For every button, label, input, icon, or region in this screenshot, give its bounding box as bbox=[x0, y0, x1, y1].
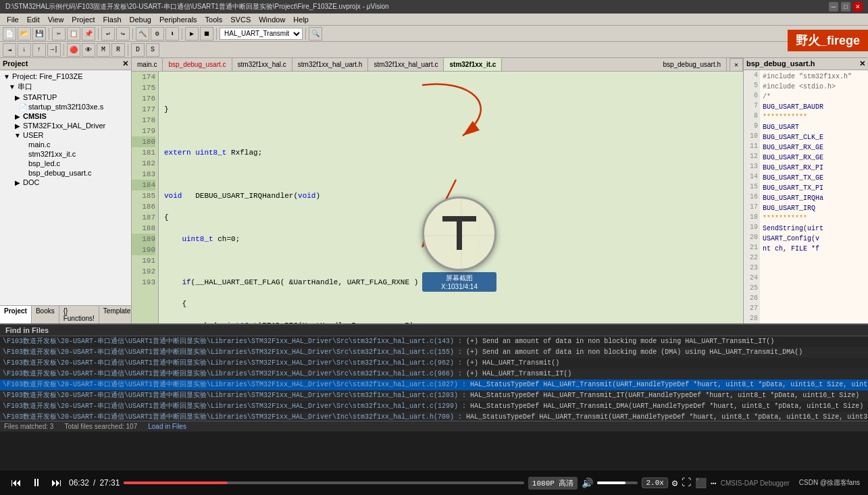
files-matched: Files matched: 3 bbox=[4, 423, 53, 430]
tree-stm32-it[interactable]: stm32f1xx_it.c bbox=[1, 149, 130, 159]
tree-startup[interactable]: ▶ STARTUP bbox=[1, 93, 130, 102]
run-to-cursor-btn[interactable]: →| bbox=[47, 43, 61, 57]
find-result-7[interactable]: \F103数道开发板\20-USART-串口通信\USART1普通中断回显实验\… bbox=[0, 412, 868, 421]
menu-svcs[interactable]: SVCS bbox=[226, 15, 255, 24]
tree-label: bsp_debug_usart.c bbox=[28, 169, 92, 177]
find-result-5[interactable]: \F103数道开发板\20-USART-串口通信\USART1普通中断回显实验\… bbox=[0, 390, 868, 401]
target-select[interactable]: HAL_UART_Transmit bbox=[220, 28, 303, 40]
menu-file[interactable]: File bbox=[3, 15, 23, 24]
right-panel-header: bsp_debug_usart.h ✕ bbox=[744, 58, 868, 70]
tree-group-chuankou[interactable]: ▼ 串口 bbox=[1, 81, 130, 93]
undo-btn[interactable]: ↩ bbox=[101, 27, 115, 41]
volume-icon[interactable]: 🔊 bbox=[582, 477, 593, 489]
skip-back-button[interactable]: ⏮ bbox=[8, 477, 24, 489]
menu-help[interactable]: Help bbox=[289, 15, 313, 24]
open-btn[interactable]: 📂 bbox=[18, 27, 31, 41]
rebuild-btn[interactable]: ⚙ bbox=[151, 27, 164, 41]
tree-label: Project: Fire_F103ZE bbox=[12, 72, 83, 80]
volume-bar[interactable] bbox=[597, 481, 638, 484]
rc-30: nt ch, FILE *f bbox=[763, 244, 865, 254]
find-result-4[interactable]: \F103数道开发板\20-USART-串口通信\USART1普通中断回显实验\… bbox=[0, 380, 868, 390]
panel-close-btn[interactable]: ✕ bbox=[122, 59, 128, 68]
new-file-btn[interactable]: 📄 bbox=[3, 27, 16, 41]
svg-rect-7 bbox=[457, 222, 462, 250]
tree-label: STARTUP bbox=[23, 93, 57, 101]
stack-btn[interactable]: S bbox=[146, 43, 159, 57]
rc-29: USART_Config(v bbox=[763, 234, 865, 244]
pause-button[interactable]: ⏸ bbox=[28, 477, 45, 489]
watch-btn[interactable]: 👁 bbox=[82, 43, 95, 57]
tab-hal-uart-c[interactable]: stm32f1xx_hal_uart.c bbox=[368, 58, 444, 72]
tree-startup-file[interactable]: 📄 startup_stm32f103xe.s bbox=[1, 102, 130, 111]
cut-btn[interactable]: ✂ bbox=[52, 27, 66, 41]
toolbar-sep-3 bbox=[132, 28, 133, 40]
tree-bsp-led[interactable]: bsp_led.c bbox=[1, 159, 130, 168]
right-panel-close-btn[interactable]: ✕ bbox=[859, 59, 865, 68]
step-over-btn[interactable]: ⇥ bbox=[3, 43, 16, 57]
menu-debug[interactable]: Debug bbox=[126, 15, 155, 24]
tab-bsp-usart-c[interactable]: bsp_debug_usart.c bbox=[163, 58, 232, 72]
skip-forward-button[interactable]: ⏭ bbox=[49, 477, 65, 489]
quality-badge[interactable]: 1080P 高清 bbox=[528, 477, 578, 490]
tab-books[interactable]: Books bbox=[32, 306, 59, 323]
step-into-btn[interactable]: ↓ bbox=[18, 43, 31, 57]
find-btn[interactable]: 🔍 bbox=[309, 27, 322, 41]
more-icon[interactable]: ⋯ bbox=[711, 477, 716, 489]
tree-hal-driver[interactable]: ▶ STM32F1xx_HAL_Driver bbox=[1, 121, 130, 130]
settings-icon[interactable]: ⚙ bbox=[672, 477, 678, 489]
maximize-button[interactable]: □ bbox=[841, 2, 850, 11]
memory-btn[interactable]: M bbox=[97, 43, 110, 57]
menu-peripherals[interactable]: Peripherals bbox=[155, 15, 201, 24]
register-btn[interactable]: R bbox=[111, 43, 125, 57]
tab-templates[interactable]: Templates bbox=[99, 306, 132, 323]
progress-bar[interactable] bbox=[124, 481, 524, 484]
tab-project[interactable]: Project bbox=[0, 306, 32, 323]
speed-badge[interactable]: 2.0x bbox=[642, 477, 667, 488]
tree-user[interactable]: ▼ USER bbox=[1, 130, 130, 140]
tree-doc[interactable]: ▶ DOC bbox=[1, 178, 130, 187]
tab-main-c[interactable]: main.c bbox=[132, 58, 163, 72]
pip-icon[interactable]: ⬛ bbox=[695, 477, 707, 489]
menu-project[interactable]: Project bbox=[68, 15, 99, 24]
tab-stm32-it-c[interactable]: stm32f1xx_it.c bbox=[444, 58, 502, 72]
minimize-button[interactable]: ─ bbox=[829, 2, 838, 11]
find-result-6[interactable]: \F103数道开发板\20-USART-串口通信\USART1普通中断回显实验\… bbox=[0, 401, 868, 412]
load-in-files-btn[interactable]: Load in Files bbox=[148, 423, 186, 430]
tab-close-btn[interactable]: ✕ bbox=[730, 58, 743, 72]
fullscreen-icon[interactable]: ⛶ bbox=[682, 477, 691, 488]
step-out-btn[interactable]: ↑ bbox=[32, 43, 46, 57]
find-result-1[interactable]: \F103数道开发板\20-USART-串口通信\USART1普通中断回显实验\… bbox=[0, 347, 868, 358]
tree-project-root[interactable]: ▼ Project: Fire_F103ZE bbox=[1, 72, 130, 81]
tab-hal-uart-h[interactable]: stm32f1xx_hal_uart.h bbox=[292, 58, 369, 72]
menu-view[interactable]: View bbox=[44, 15, 68, 24]
find-result-2[interactable]: \F103数道开发板\20-USART-串口通信\USART1普通中断回显实验\… bbox=[0, 358, 868, 369]
save-btn[interactable]: 💾 bbox=[32, 27, 46, 41]
svg-rect-6 bbox=[442, 216, 476, 222]
menu-edit[interactable]: Edit bbox=[23, 15, 44, 24]
menu-window[interactable]: Window bbox=[255, 15, 289, 24]
build-btn[interactable]: 🔨 bbox=[136, 27, 149, 41]
disassemble-btn[interactable]: D bbox=[131, 43, 145, 57]
download-btn[interactable]: ⬇ bbox=[165, 27, 179, 41]
tab-stm32-hal-c[interactable]: stm32f1xx_hal.c bbox=[232, 58, 292, 72]
menu-flash[interactable]: Flash bbox=[99, 15, 126, 24]
zoom-coords: X:1031/4:14 bbox=[441, 283, 478, 290]
copy-btn[interactable]: 📋 bbox=[67, 27, 80, 41]
debug-stop-btn[interactable]: ⏹ bbox=[200, 27, 213, 41]
find-result-0[interactable]: \F103数道开发板\20-USART-串口通信\USART1普通中断回显实验\… bbox=[0, 336, 868, 347]
redo-btn[interactable]: ↪ bbox=[116, 27, 130, 41]
tab-functions[interactable]: {} Functions! bbox=[59, 306, 99, 323]
menu-tools[interactable]: Tools bbox=[201, 15, 227, 24]
tree-cmsis[interactable]: ▶ CMSIS bbox=[1, 111, 130, 121]
tree-main-c[interactable]: main.c bbox=[1, 140, 130, 149]
rc-12: *********** bbox=[763, 112, 865, 122]
tree-bsp-usart[interactable]: bsp_debug_usart.c bbox=[1, 168, 130, 178]
paste-btn[interactable]: 📌 bbox=[82, 27, 95, 41]
breakpoint-btn[interactable]: 🔴 bbox=[67, 43, 80, 57]
tab-bsp-usart-h[interactable]: bsp_debug_usart.h bbox=[657, 58, 727, 72]
total-time: 27:31 bbox=[99, 478, 120, 488]
find-result-3[interactable]: \F103数道开发板\20-USART-串口通信\USART1普通中断回显实验\… bbox=[0, 369, 868, 380]
close-button[interactable]: ✕ bbox=[853, 2, 863, 11]
toolbar-sep-4 bbox=[182, 28, 182, 40]
debug-start-btn[interactable]: ▶ bbox=[185, 27, 199, 41]
